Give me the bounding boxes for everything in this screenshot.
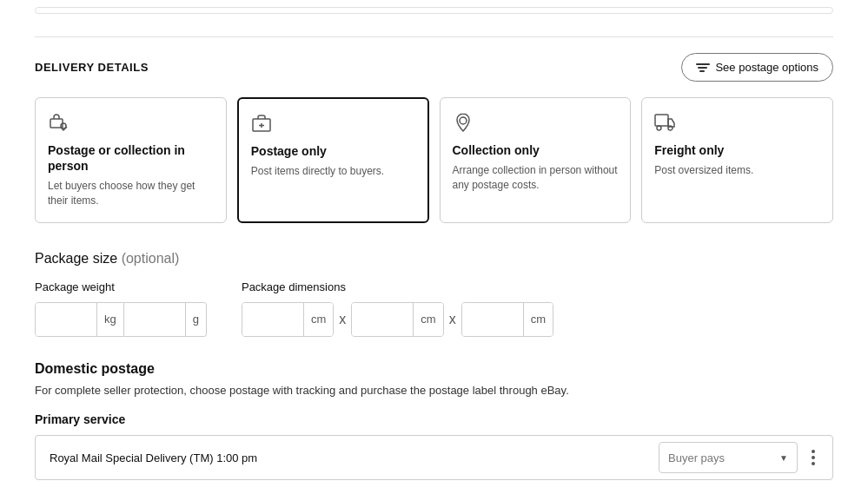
dim2-unit: cm [413, 303, 442, 336]
truck-icon [654, 112, 820, 135]
domestic-desc: For complete seller protection, choose p… [35, 382, 833, 399]
svg-point-8 [668, 126, 673, 130]
option-postage-only-title: Postage only [251, 143, 415, 159]
delivery-title: DELIVERY DETAILS [35, 61, 149, 74]
optional-label: (optional) [122, 251, 180, 266]
buyer-pays-text: Buyer pays [668, 451, 774, 464]
weight-kg-group: kg [35, 302, 124, 337]
option-postage-only[interactable]: Postage only Post items directly to buye… [237, 97, 429, 223]
dim2-input[interactable] [352, 303, 413, 336]
kg-unit-label: kg [96, 303, 123, 336]
dim1-wrapper: cm [242, 302, 334, 337]
dim3-input[interactable] [462, 303, 523, 336]
weight-inputs: kg g [35, 302, 207, 337]
svg-rect-6 [655, 115, 668, 126]
service-name: Royal Mail Special Delivery (TM) 1:00 pm [50, 451, 648, 464]
weight-kg-input-wrapper: kg [35, 302, 124, 337]
option-collection-only-desc: Arrange collection in person without any… [453, 163, 619, 193]
delivery-header: DELIVERY DETAILS See postage options [35, 53, 833, 82]
more-options-button[interactable] [808, 446, 818, 469]
section-divider [35, 36, 833, 37]
option-postage-only-desc: Post items directly to buyers. [251, 164, 415, 179]
box-postage-icon [251, 113, 415, 136]
svg-point-7 [657, 126, 661, 130]
dimensions-field-group: Package dimensions cm x cm x cm [242, 280, 553, 337]
dim2-wrapper: cm [351, 302, 443, 337]
see-postage-button[interactable]: See postage options [681, 53, 833, 82]
chevron-down-icon: ▼ [779, 453, 788, 463]
package-fields: Package weight kg g [35, 280, 833, 337]
options-grid: Postage or collection in person Let buye… [35, 97, 833, 223]
option-postage-collection-title: Postage or collection in person [48, 142, 214, 174]
weight-g-group: g [124, 302, 207, 337]
dim3-wrapper: cm [461, 302, 553, 337]
domestic-title: Domestic postage [35, 361, 833, 377]
g-unit-label: g [185, 303, 206, 336]
weight-field-group: Package weight kg g [35, 280, 242, 337]
dimensions-label: Package dimensions [242, 280, 553, 293]
domestic-section: Domestic postage For complete seller pro… [35, 361, 833, 481]
box-hand-icon [48, 112, 214, 135]
package-section: Package size (optional) Package weight k… [35, 251, 833, 337]
pin-icon [453, 112, 619, 135]
service-row: Royal Mail Special Delivery (TM) 1:00 pm… [35, 435, 833, 480]
weight-kg-input[interactable] [36, 303, 96, 336]
weight-g-input-wrapper: g [124, 302, 207, 337]
weight-label: Package weight [35, 280, 242, 293]
dim3-unit: cm [523, 303, 553, 336]
see-postage-label: See postage options [715, 61, 818, 74]
option-postage-or-collection[interactable]: Postage or collection in person Let buye… [35, 97, 227, 223]
option-postage-collection-desc: Let buyers choose how they get their ite… [48, 179, 214, 208]
separator-2: x [444, 302, 461, 337]
svg-point-5 [460, 117, 467, 124]
option-collection-only-title: Collection only [453, 142, 619, 158]
dim1-input[interactable] [242, 303, 303, 336]
separator-1: x [334, 302, 351, 337]
option-freight-only-title: Freight only [654, 142, 820, 158]
primary-service-label: Primary service [35, 412, 833, 426]
filter-icon [696, 62, 710, 74]
option-freight-only-desc: Post oversized items. [654, 163, 820, 178]
dimensions-inputs: cm x cm x cm [242, 302, 553, 337]
option-collection-only[interactable]: Collection only Arrange collection in pe… [440, 97, 632, 223]
option-freight-only[interactable]: Freight only Post oversized items. [641, 97, 833, 223]
weight-g-input[interactable] [124, 303, 185, 336]
buyer-pays-dropdown[interactable]: Buyer pays ▼ [659, 442, 798, 473]
dim1-unit: cm [303, 303, 333, 336]
package-size-title: Package size (optional) [35, 251, 833, 267]
